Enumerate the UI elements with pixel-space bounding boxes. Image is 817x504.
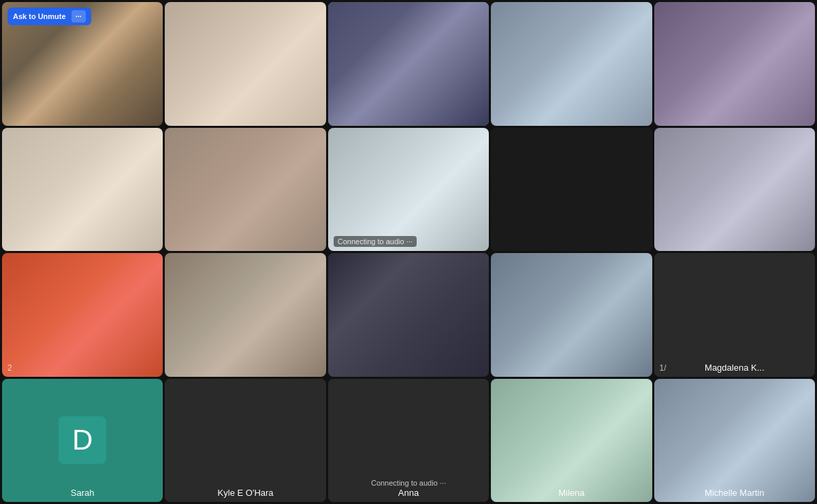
anna-connecting-status: Connecting to audio ··· <box>328 479 489 487</box>
participant-cell-11: 2 <box>2 253 163 377</box>
participant-cell-3 <box>328 2 489 126</box>
participant-cell-14 <box>491 253 652 377</box>
video-feed-17 <box>165 379 325 503</box>
kyle-name: Kyle E O'Hara <box>165 488 325 498</box>
anna-name: Anna <box>328 488 489 498</box>
participant-cell-milena: Milena <box>491 379 652 503</box>
video-feed-7 <box>165 128 325 252</box>
video-feed-4 <box>491 2 652 126</box>
participant-cell-2 <box>165 2 325 126</box>
participant-cell-6 <box>2 128 163 252</box>
video-feed-19 <box>491 379 652 503</box>
video-feed-20 <box>654 379 815 503</box>
magdalena-name: Magdalena K... <box>654 363 815 373</box>
participant-cell-magdalena: Magdalena K... 1/ <box>654 253 815 377</box>
participant-cell-10 <box>654 128 815 252</box>
milena-name: Milena <box>491 488 652 498</box>
participant-cell-7 <box>165 128 325 252</box>
video-feed-14 <box>491 253 652 377</box>
connecting-status-top: Connecting to audio ··· <box>334 236 417 247</box>
video-feed-11 <box>2 253 163 377</box>
participant-cell-kyle: Jarosław Het... Kyle E O'Hara <box>165 379 325 503</box>
video-feed-5 <box>654 2 815 126</box>
participant-cell-1: Ask to Unmute ··· <box>2 2 163 126</box>
video-feed-9 <box>491 128 652 252</box>
participant-cell-black <box>491 128 652 252</box>
participant-cell-4 <box>491 2 652 126</box>
participant-cell-michelle: Michelle Martin <box>654 379 815 503</box>
video-feed-8 <box>328 128 489 252</box>
video-feed-6 <box>2 128 163 252</box>
participant-cell-12 <box>165 253 325 377</box>
sarah-avatar: D <box>59 416 106 464</box>
ask-unmute-badge[interactable]: Ask to Unmute ··· <box>7 7 91 25</box>
participant-cell-sarah: D Sarah <box>2 379 163 503</box>
participant-cell-5 <box>654 2 815 126</box>
video-feed-15 <box>654 253 815 377</box>
video-feed-2 <box>165 2 325 126</box>
video-feed-12 <box>165 253 325 377</box>
video-feed-13 <box>328 253 489 377</box>
ask-unmute-label: Ask to Unmute <box>13 12 66 20</box>
participant-cell-13 <box>328 253 489 377</box>
michelle-name: Michelle Martin <box>654 488 815 498</box>
participant-cell-anna: Rob Anna Connecting to audio ··· <box>328 379 489 503</box>
video-feed-10 <box>654 128 815 252</box>
participant-cell-connecting: Connecting to audio ··· <box>328 128 489 252</box>
more-options-button[interactable]: ··· <box>71 10 86 22</box>
video-grid: Ask to Unmute ··· Connecting to audio ··… <box>0 0 817 504</box>
page-indicator-15: 1/ <box>660 363 667 373</box>
sarah-name: Sarah <box>2 488 163 498</box>
video-feed-3 <box>328 2 489 126</box>
page-indicator-11: 2 <box>7 363 12 373</box>
